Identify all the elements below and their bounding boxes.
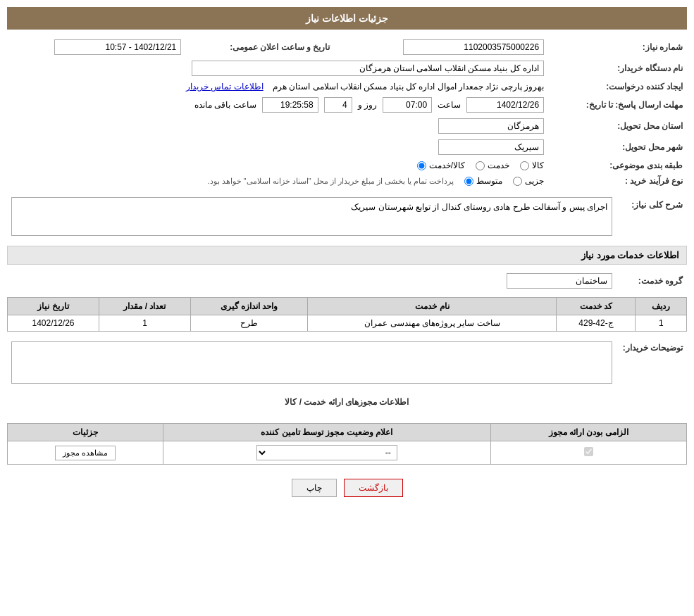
license-status-cell: -- — [163, 441, 490, 465]
license-details-cell: مشاهده مجوز — [8, 441, 163, 465]
radio-jozei[interactable]: جزیی — [513, 176, 544, 186]
province-label: استان محل تحویل: — [548, 115, 687, 137]
buyer-org-input[interactable] — [192, 61, 544, 76]
buyer-notes-label: توضیحات خریدار: — [616, 339, 687, 389]
print-button[interactable]: چاپ — [292, 479, 337, 497]
creator-text: بهروز پارچی نژاد جمعدار اموال اداره کل ب… — [273, 82, 544, 92]
list-item: -- مشاهده مجوز — [8, 441, 687, 465]
bottom-buttons: بازگشت چاپ — [7, 479, 687, 497]
purchase-type-row: جزیی متوسط پرداخت تمام یا بخشی از مبلغ خ… — [7, 173, 548, 189]
radio-khedmat[interactable]: خدمت — [476, 161, 509, 170]
view-license-button[interactable]: مشاهده مجوز — [55, 446, 116, 460]
response-date-label: مهلت ارسال پاسخ: تا تاریخ: — [548, 94, 687, 115]
buyer-notes-value-cell — [7, 339, 616, 389]
cell-unit: طرح — [190, 315, 307, 332]
description-box: اجرای پیس و آسفالت طرح هادی روستای کندال… — [11, 197, 612, 236]
col-date: تاریخ نیاز — [8, 298, 99, 315]
province-value — [7, 115, 548, 137]
license-required-checkbox[interactable] — [584, 447, 593, 456]
service-group-label: گروه خدمت: — [616, 270, 687, 291]
days-label: روز و — [358, 100, 377, 110]
remaining-time-label: ساعت باقی مانده — [194, 100, 256, 110]
cell-date: 1402/12/26 — [8, 315, 99, 332]
need-number-input[interactable] — [403, 39, 544, 55]
license-status-select[interactable]: -- — [256, 445, 397, 460]
service-group-value-cell — [7, 270, 616, 291]
need-number-label: شماره نیاز: — [548, 37, 687, 58]
section-title-text: جزئیات اطلاعات نیاز — [306, 13, 388, 24]
time-label: ساعت — [438, 100, 461, 110]
table-row: 1 ج-42-429 ساخت سایر پروژه‌های مهندسی عم… — [8, 315, 687, 332]
response-time-input[interactable] — [383, 97, 432, 113]
service-group-table: گروه خدمت: — [7, 270, 687, 291]
radio-motevaset[interactable]: متوسط — [464, 176, 502, 186]
cell-quantity: 1 — [99, 315, 191, 332]
service-info-section-title: اطلاعات خدمات مورد نیاز — [7, 246, 687, 265]
buyer-org-label: نام دستگاه خریدار: — [548, 58, 687, 79]
cell-row: 1 — [636, 315, 687, 332]
city-value — [7, 137, 548, 158]
col-code: کد خدمت — [557, 298, 636, 315]
col-quantity: تعداد / مقدار — [99, 298, 191, 315]
remaining-days-input[interactable] — [324, 97, 352, 113]
response-date-input[interactable] — [466, 97, 544, 113]
cell-name: ساخت سایر پروژه‌های مهندسی عمران — [308, 315, 557, 332]
col-row: ردیف — [636, 298, 687, 315]
response-date-row: ساعت روز و ساعت باقی مانده — [7, 94, 548, 115]
need-number-value — [351, 37, 548, 58]
remaining-time-input[interactable] — [262, 97, 318, 113]
buyer-org-value — [7, 58, 548, 79]
col-unit: واحد اندازه گیری — [190, 298, 307, 315]
radio-kala-input[interactable] — [520, 161, 529, 170]
purchase-type-note: پرداخت تمام یا بخشی از مبلغ خریدار از مح… — [207, 177, 454, 186]
service-group-input[interactable] — [507, 273, 612, 289]
creator-contact-link[interactable]: اطلاعات تماس خریدار — [186, 82, 264, 92]
services-table: ردیف کد خدمت نام خدمت واحد اندازه گیری ت… — [7, 297, 687, 332]
buyer-notes-textarea[interactable] — [11, 341, 612, 384]
buyer-notes-table: توضیحات خریدار: — [7, 339, 687, 389]
category-options: کالا خدمت کالا/خدمت — [7, 158, 548, 173]
radio-khedmat-input[interactable] — [476, 161, 485, 170]
announcement-label: تاریخ و ساعت اعلان عمومی: — [185, 37, 351, 58]
back-button[interactable]: بازگشت — [344, 479, 403, 497]
license-col-details: جزئیات — [8, 424, 163, 441]
province-input[interactable] — [438, 118, 544, 134]
main-info-table: شماره نیاز: تاریخ و ساعت اعلان عمومی: نا… — [7, 37, 687, 189]
radio-kala-khedmat-input[interactable] — [417, 161, 426, 170]
license-col-status: اعلام وضعیت مجوز توسط تامین کننده — [163, 424, 490, 441]
description-text: اجرای پیس و آسفالت طرح هادی روستای کندال… — [351, 202, 607, 212]
col-name: نام خدمت — [308, 298, 557, 315]
description-table: شرح کلی نیاز: اجرای پیس و آسفالت طرح هاد… — [7, 194, 687, 239]
city-input[interactable] — [438, 139, 544, 155]
cell-code: ج-42-429 — [557, 315, 636, 332]
description-label: شرح کلی نیاز: — [616, 194, 687, 239]
purchase-type-label: نوع فرآیند خرید : — [548, 173, 687, 189]
radio-kala[interactable]: کالا — [520, 161, 544, 170]
license-col-required: الزامی بودن ارائه مجوز — [490, 424, 686, 441]
creator-label: ایجاد کننده درخواست: — [548, 79, 687, 94]
license-table: الزامی بودن ارائه مجوز اعلام وضعیت مجوز … — [7, 423, 687, 465]
city-label: شهر محل تحویل: — [548, 137, 687, 158]
creator-value: بهروز پارچی نژاد جمعدار اموال اداره کل ب… — [7, 79, 548, 94]
page-wrapper: جزئیات اطلاعات نیاز شماره نیاز: تاریخ و … — [0, 0, 694, 616]
category-label: طبقه بندی موضوعی: — [548, 158, 687, 173]
radio-jozei-input[interactable] — [513, 177, 522, 186]
announcement-input[interactable] — [54, 39, 181, 55]
license-section-title: اطلاعات مجوزهای ارائه خدمت / کالا — [7, 397, 687, 407]
announcement-value — [7, 37, 185, 58]
description-value-cell: اجرای پیس و آسفالت طرح هادی روستای کندال… — [7, 194, 616, 239]
radio-motevaset-input[interactable] — [464, 177, 473, 186]
section-header: جزئیات اطلاعات نیاز — [7, 7, 687, 30]
radio-kala-khedmat[interactable]: کالا/خدمت — [417, 161, 465, 170]
license-required-cell — [490, 441, 686, 465]
